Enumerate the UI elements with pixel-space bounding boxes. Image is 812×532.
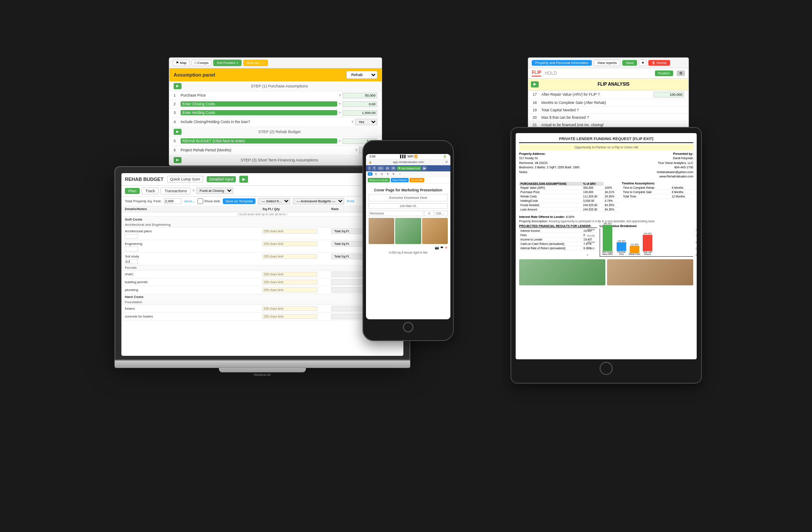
- page-tab-4[interactable]: 4: [385, 172, 390, 176]
- autosaved-select[interactable]: — Autosaved Budgets —: [293, 198, 344, 204]
- footers-row: footers: [121, 305, 403, 313]
- macbook-screen: REHAB BUDGET Quick Lump Sum Detailed Inp…: [121, 173, 403, 356]
- more-link[interactable]: more...: [184, 199, 195, 203]
- twitter-button[interactable]: T: [372, 166, 376, 171]
- save-dropdown-button[interactable]: ▼: [639, 60, 647, 66]
- income-to-lender-row: Income to Lender 19,407: [519, 237, 597, 241]
- save-report-button[interactable]: Save Report: [391, 178, 409, 182]
- page-tab-2[interactable]: 2: [373, 172, 378, 176]
- camera-icon[interactable]: 📷: [435, 246, 439, 250]
- unique-link-button[interactable]: ⚑ Get Unique Link: [397, 166, 421, 171]
- print-link[interactable]: Print: [347, 199, 354, 203]
- step3-video-icon[interactable]: ▶: [174, 157, 181, 163]
- fb-button[interactable]: f: [368, 166, 371, 171]
- step1-video-icon[interactable]: ▶: [174, 83, 181, 89]
- quick-lump-sum-button[interactable]: Quick Lump Sum: [167, 176, 203, 183]
- footers-notes[interactable]: [262, 306, 317, 311]
- purchase-price-input[interactable]: [342, 93, 377, 98]
- tablet-home-button[interactable]: [600, 362, 613, 375]
- time-to-rehab-row: Time to Complete Rehab 6 Months: [622, 186, 693, 190]
- phone-address-display: 100 Main St.: [369, 203, 448, 209]
- detailed-input-button[interactable]: Detailed Input: [207, 176, 236, 182]
- flip-analysis-header: ▶ FLIP ANALYSIS: [528, 79, 688, 90]
- plan-tab[interactable]: Plan: [125, 188, 140, 194]
- property-info-button[interactable]: Property and Personal Information: [532, 60, 592, 66]
- show-pdf-button[interactable]: Show Pdf: [409, 178, 424, 182]
- save-template-button[interactable]: Save as Template: [223, 198, 255, 204]
- view-reports-button[interactable]: View reports: [594, 60, 621, 66]
- flip-row-17: 17 After-Repair Value (ARV) for FLIP ?: [528, 90, 688, 99]
- heart-icon[interactable]: ❤: [440, 246, 443, 250]
- funds-needed-label: Funds Needed:: [519, 203, 582, 207]
- page-tab-1[interactable]: 1: [368, 172, 372, 176]
- flip-video-icon[interactable]: ▶: [531, 81, 539, 87]
- time-to-complete-label: Time to Complete Sale: [622, 190, 671, 194]
- header-video-icon[interactable]: ▶: [239, 176, 248, 183]
- purchase-pct: 34.21%: [604, 190, 619, 194]
- select-template-select[interactable]: — Select fr...: [258, 198, 290, 204]
- fund-at-closing-select[interactable]: Fund at Closing: [196, 187, 233, 194]
- hvac-notes[interactable]: [262, 272, 317, 277]
- phone-home-button[interactable]: [403, 322, 413, 332]
- save-button[interactable]: Save: [622, 60, 637, 66]
- arv-input[interactable]: [654, 92, 684, 97]
- arv-label: Repair Value (ARV): [519, 186, 582, 190]
- soil-study-notes[interactable]: [262, 254, 317, 259]
- loan-amount-label: Loan Amount: [519, 207, 582, 211]
- tablet-photo-1: [519, 259, 605, 285]
- delete-button[interactable]: 🗑 Delete: [648, 60, 670, 66]
- funded-button[interactable]: Get Funded >: [213, 60, 242, 66]
- assumption-panel: ⚑ Map □ Comps Get Funded > How do I ... …: [169, 57, 382, 166]
- rehab-type-select[interactable]: Rehab: [346, 71, 377, 79]
- publish-button[interactable]: Publish: [655, 70, 673, 76]
- phone-url[interactable]: app.rehabvaluator.com: [373, 161, 443, 164]
- page-tab-5[interactable]: 5: [391, 172, 396, 176]
- engineering-rate[interactable]: [125, 247, 138, 251]
- engineering-notes[interactable]: [262, 241, 317, 246]
- rehab-budget-title: REHAB BUDGET: [125, 177, 164, 182]
- phone-signal: ▌▌▌ WiFi 📶: [400, 155, 418, 158]
- include-costs-select[interactable]: Yes: [355, 119, 377, 125]
- concrete-footers-notes[interactable]: [262, 314, 317, 319]
- video-button[interactable]: ▶: [422, 166, 427, 171]
- transactions-tab[interactable]: Transactions: [161, 187, 191, 194]
- permits-subsection: Permits: [121, 265, 403, 271]
- arv-pct: 100%: [604, 186, 619, 190]
- flip-tab[interactable]: FLIP: [532, 70, 541, 77]
- arch-plans-rate[interactable]: [125, 234, 138, 239]
- arch-plans-notes[interactable]: [262, 229, 317, 234]
- delete-image-icon[interactable]: ✕: [445, 246, 448, 250]
- building-permits-notes[interactable]: [262, 280, 317, 284]
- rate-of-return-row: Internal Rate of Return (annualized) 8.3…: [519, 246, 597, 250]
- email-button[interactable]: ✉: [391, 166, 396, 171]
- step2-video-icon[interactable]: ▶: [174, 129, 181, 135]
- gplus-button[interactable]: G+: [377, 166, 384, 171]
- page-tab-arrow[interactable]: →: [397, 172, 403, 176]
- soil-study-rate[interactable]: [125, 259, 138, 264]
- interest-income-row: Interest Income 19,407: [519, 229, 597, 233]
- how-button[interactable]: How do I ...: [243, 60, 268, 66]
- rehab-bar-label: Rehab Costs: [629, 253, 640, 255]
- settings-button[interactable]: ⚙: [677, 70, 685, 76]
- hold-tab[interactable]: HOLD: [545, 71, 557, 76]
- track-tab[interactable]: Track: [141, 187, 159, 194]
- reload-icon[interactable]: ↺: [445, 161, 448, 164]
- tablet: PRIVATE LENDER FUNDING REQUEST (FLIP EXI…: [510, 127, 702, 384]
- loan-amount-row: Loan Amount 244,525.00 64.35%: [519, 207, 619, 211]
- holding-costs-input[interactable]: [342, 110, 377, 116]
- plumbing-notes[interactable]: [262, 288, 317, 292]
- show-bids-checkbox[interactable]: [198, 198, 203, 204]
- arch-plans-row: Architectural plans Total Sq.Ft.: [121, 228, 403, 240]
- linkedin-button[interactable]: in: [385, 166, 390, 171]
- tablet-assumptions-table: PURCHASE/LOAN ASSUMPTIONS % of ARV Repai…: [519, 182, 619, 212]
- results-title: PROJECTED FINANCIAL RESULTS FOR LENDER:: [519, 224, 597, 228]
- sq-feet-input[interactable]: [164, 198, 181, 204]
- page-tab-3[interactable]: 3: [379, 172, 384, 176]
- return-to-inputs-button[interactable]: Return to Inputs: [368, 178, 390, 182]
- row-4-num: 4: [174, 120, 179, 124]
- comps-button[interactable]: □ Comps: [191, 60, 211, 66]
- closing-costs-input[interactable]: [342, 101, 377, 107]
- map-button[interactable]: ⚑ Map: [173, 60, 190, 66]
- phone-frame: 2:34 ▌▌▌ WiFi 📶 🔋 🔒 app.rehabvaluator.co…: [362, 140, 454, 341]
- row-3-help: ?: [339, 111, 341, 115]
